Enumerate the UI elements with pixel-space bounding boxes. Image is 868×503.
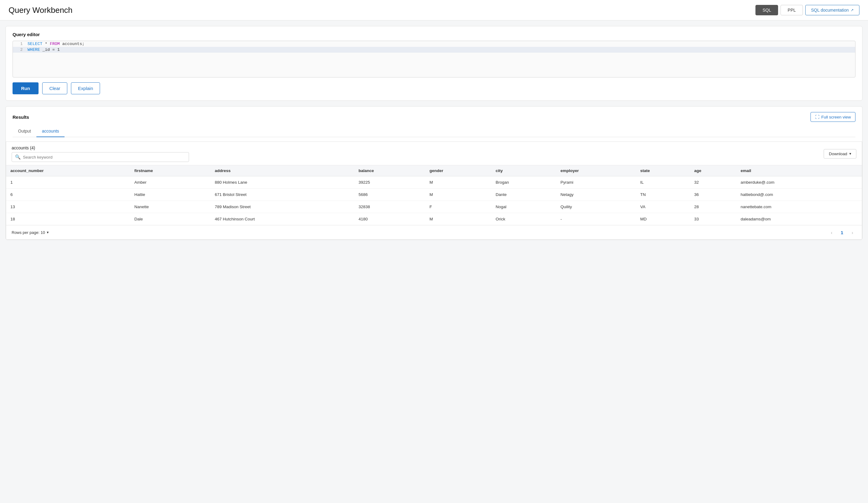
cell-firstname: Amber [130,176,210,189]
rows-per-page-chevron: ▾ [47,230,49,234]
tab-accounts[interactable]: accounts [37,125,64,137]
search-input[interactable] [23,155,186,160]
chevron-down-icon: ▾ [849,152,851,156]
cell-age: 36 [690,189,736,201]
line-number-2: 2 [16,48,23,52]
cell-gender: M [425,176,491,189]
table-name-count: accounts (4) [12,145,189,150]
cell-city: Dante [492,189,556,201]
col-address: address [210,165,354,176]
download-button[interactable]: Download ▾ [824,149,856,159]
table-row: 13Nanette789 Madison Street32838FNogalQu… [6,201,862,213]
pagination: ‹ 1 › [828,228,856,237]
keyword-from: FROM [50,42,60,46]
col-account-number: account_number [6,165,130,176]
query-editor-title: Query editor [12,32,856,37]
results-title: Results [12,114,29,120]
cell-balance: 5686 [354,189,425,201]
code-editor[interactable]: 1 SELECT * FROM accounts; 2 WHERE _id = … [12,41,856,78]
keyword-select: SELECT [28,42,42,46]
cell-account_number: 18 [6,213,130,225]
tab-output[interactable]: Output [12,125,37,137]
search-box: 🔍 [12,152,189,162]
top-bar-actions: SQL PPL SQL documentation ↗ [755,5,859,15]
col-gender: gender [425,165,491,176]
col-city: city [492,165,556,176]
code-content-2: WHERE _id = 1 [28,48,60,52]
cell-state: MD [636,213,690,225]
cell-address: 880 Holmes Lane [210,176,354,189]
top-bar: Query Workbench SQL PPL SQL documentatio… [0,0,868,20]
results-tabs: Output accounts [12,125,856,137]
cell-address: 467 Hutchinson Court [210,213,354,225]
results-section: Results ⛶ Full screen view Output accoun… [6,106,862,240]
cell-balance: 32838 [354,201,425,213]
cell-address: 671 Bristol Street [210,189,354,201]
col-employer: employer [556,165,636,176]
cell-state: TN [636,189,690,201]
pagination-page-1[interactable]: 1 [838,228,846,237]
cell-age: 28 [690,201,736,213]
cell-address: 789 Madison Street [210,201,354,213]
cell-employer: Pyrami [556,176,636,189]
app-title: Query Workbench [9,6,72,15]
run-button[interactable]: Run [12,82,39,94]
cell-state: IL [636,176,690,189]
col-balance: balance [354,165,425,176]
cell-email: daleadams@om [736,213,862,225]
editor-actions: Run Clear Explain [12,82,856,94]
cell-gender: M [425,213,491,225]
cell-firstname: Nanette [130,201,210,213]
cell-employer: Netagy [556,189,636,201]
cell-state: VA [636,201,690,213]
line-number-1: 1 [16,42,23,46]
query-editor-section: Query editor 1 SELECT * FROM accounts; 2… [6,26,862,101]
cell-balance: 4180 [354,213,425,225]
cell-city: Orick [492,213,556,225]
code-content-1: SELECT * FROM accounts; [28,42,84,46]
table-footer: Rows per page: 10 ▾ ‹ 1 › [6,225,862,239]
cell-gender: M [425,189,491,201]
table-scroll-wrap[interactable]: account_number firstname address balance… [6,165,862,225]
cell-firstname: Hattie [130,189,210,201]
col-age: age [690,165,736,176]
ppl-mode-button[interactable]: PPL [781,5,803,15]
cell-age: 32 [690,176,736,189]
cell-account_number: 6 [6,189,130,201]
rows-per-page[interactable]: Rows per page: 10 ▾ [12,230,49,235]
table-toolbar: accounts (4) 🔍 Download ▾ [6,142,862,165]
cell-employer: Quility [556,201,636,213]
clear-button[interactable]: Clear [42,82,67,94]
col-email: email [736,165,862,176]
col-firstname: firstname [130,165,210,176]
cell-employer: - [556,213,636,225]
fullscreen-icon: ⛶ [815,114,819,119]
table-body: 1Amber880 Holmes Lane39225MBroganPyramiI… [6,176,862,225]
pagination-prev[interactable]: ‹ [828,228,836,237]
cell-email: amberduke@.com [736,176,862,189]
code-line-2: 2 WHERE _id = 1 [13,47,855,53]
cell-firstname: Dale [130,213,210,225]
table-row: 6Hattie671 Bristol Street5686MDanteNetag… [6,189,862,201]
code-blank-area [13,53,855,71]
col-state: state [636,165,690,176]
data-table: account_number firstname address balance… [6,165,862,225]
keyword-where: WHERE [28,48,40,52]
cell-city: Nogal [492,201,556,213]
table-header: account_number firstname address balance… [6,165,862,176]
cell-city: Brogan [492,176,556,189]
table-row: 1Amber880 Holmes Lane39225MBroganPyramiI… [6,176,862,189]
fullscreen-button[interactable]: ⛶ Full screen view [810,112,856,122]
pagination-next[interactable]: › [848,228,856,237]
explain-button[interactable]: Explain [71,82,100,94]
cell-gender: F [425,201,491,213]
results-header: Results ⛶ Full screen view [12,112,856,122]
code-line-1: 1 SELECT * FROM accounts; [13,41,855,47]
cell-balance: 39225 [354,176,425,189]
cell-account_number: 1 [6,176,130,189]
results-table-container: accounts (4) 🔍 Download ▾ account_number… [6,141,862,240]
cell-email: hattiebond@.com [736,189,862,201]
external-link-icon: ↗ [850,8,854,12]
sql-documentation-button[interactable]: SQL documentation ↗ [805,5,859,15]
sql-mode-button[interactable]: SQL [755,5,778,15]
